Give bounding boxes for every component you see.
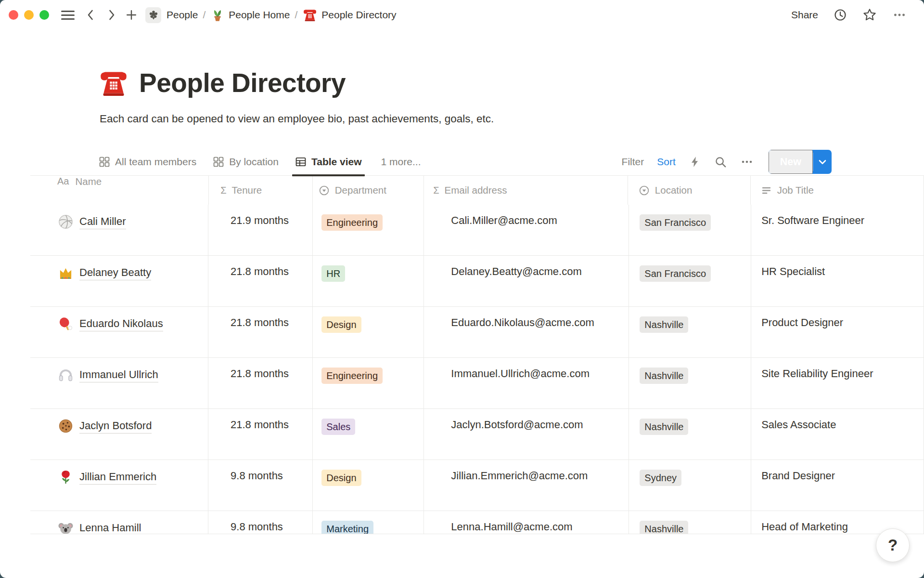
location-cell[interactable]: Sydney [629, 460, 751, 511]
location-cell[interactable]: Nashville [629, 409, 751, 460]
search-button[interactable] [714, 156, 727, 169]
person-name-link[interactable]: Immanuel Ullrich [79, 368, 158, 382]
name-cell[interactable]: Delaney Beatty [30, 256, 208, 306]
chevron-left-icon [85, 8, 96, 22]
column-header-job-title[interactable]: Job Title [751, 176, 924, 205]
formula-icon: Σ [433, 185, 439, 196]
help-button[interactable]: ? [876, 528, 910, 562]
forward-button[interactable] [106, 8, 117, 22]
person-emoji-icon [58, 521, 73, 534]
breadcrumb-people[interactable]: People [167, 9, 198, 21]
red-phone-icon[interactable] [99, 68, 128, 98]
page-title[interactable]: People Directory [139, 67, 346, 98]
job-title-cell[interactable]: Sr. Software Engineer [751, 205, 924, 255]
page-description[interactable]: Each card can be opened to view an emplo… [99, 112, 924, 126]
sort-button[interactable]: Sort [657, 156, 676, 168]
table-row[interactable]: Jillian Emmerich 9.8 months Design Jilli… [30, 460, 924, 511]
breadcrumb-people-home[interactable]: People Home [211, 8, 290, 22]
breadcrumb-people-directory[interactable]: People Directory [303, 8, 396, 22]
more-views-button[interactable]: 1 more... [381, 156, 421, 168]
job-title-cell[interactable]: Brand Designer [751, 460, 924, 511]
automations-button[interactable] [689, 156, 701, 168]
location-cell[interactable]: San Francisco [629, 205, 751, 255]
table-row[interactable]: Delaney Beatty 21.8 months HR Delaney.Be… [30, 256, 924, 307]
department-cell[interactable]: Engineering [313, 358, 424, 408]
column-header-name[interactable]: Aa Name [30, 176, 209, 205]
tenure-cell[interactable]: 9.8 months [208, 460, 313, 511]
column-header-location[interactable]: Location [628, 176, 751, 205]
sidebar-toggle-button[interactable] [61, 9, 75, 21]
tab-all-team-members[interactable]: All team members [99, 148, 196, 175]
person-name-link[interactable]: Cali Miller [79, 215, 126, 229]
share-button[interactable]: Share [791, 9, 818, 21]
department-cell[interactable]: Engineering [313, 205, 424, 255]
location-tag: Nashville [640, 419, 688, 435]
column-label: Name [75, 176, 102, 187]
job-title-cell[interactable]: HR Specialist [751, 256, 924, 306]
department-cell[interactable]: Sales [313, 409, 424, 460]
person-name-link[interactable]: Jaclyn Botsford [79, 420, 152, 434]
email-cell[interactable]: Jillian.Emmerich@acme.com [424, 460, 629, 511]
department-cell[interactable]: HR [313, 256, 424, 306]
table-row[interactable]: Lenna Hamill 9.8 months Marketing Lenna.… [30, 511, 924, 534]
job-title-cell[interactable]: Sales Associate [751, 409, 924, 460]
location-cell[interactable]: Nashville [629, 307, 751, 357]
back-button[interactable] [85, 8, 96, 22]
updates-button[interactable] [834, 8, 847, 22]
name-cell[interactable]: Eduardo Nikolaus [30, 307, 208, 357]
name-cell[interactable]: Immanuel Ullrich [30, 358, 208, 408]
name-cell[interactable]: Cali Miller [30, 205, 208, 255]
person-name-link[interactable]: Lenna Hamill [79, 522, 141, 534]
location-cell[interactable]: Nashville [629, 511, 751, 534]
tenure-cell[interactable]: 21.8 months [208, 409, 313, 460]
tenure-cell[interactable]: 21.8 months [208, 256, 313, 306]
column-label: Department [335, 184, 386, 196]
new-dropdown-button[interactable] [813, 150, 832, 174]
email-cell[interactable]: Delaney.Beatty@acme.com [424, 256, 629, 306]
table-row[interactable]: Jaclyn Botsford 21.8 months Sales Jaclyn… [30, 409, 924, 460]
filter-button[interactable]: Filter [622, 156, 644, 168]
column-header-tenure[interactable]: Σ Tenure [209, 176, 313, 205]
person-name-link[interactable]: Jillian Emmerich [79, 471, 156, 485]
column-header-email[interactable]: Σ Email address [424, 176, 628, 205]
table-row[interactable]: Immanuel Ullrich 21.8 months Engineering… [30, 358, 924, 409]
department-cell[interactable]: Design [313, 307, 424, 357]
tab-table-view[interactable]: Table view [295, 148, 362, 175]
tenure-cell[interactable]: 21.8 months [208, 358, 313, 408]
job-title-cell[interactable]: Product Designer [751, 307, 924, 357]
table-row[interactable]: Eduardo Nikolaus 21.8 months Design Edua… [30, 307, 924, 358]
name-cell[interactable]: Jaclyn Botsford [30, 409, 208, 460]
email-cell[interactable]: Immanuel.Ullrich@acme.com [424, 358, 629, 408]
location-cell[interactable]: San Francisco [629, 256, 751, 306]
name-cell[interactable]: Jillian Emmerich [30, 460, 208, 511]
tab-by-location[interactable]: By location [213, 148, 279, 175]
table-row[interactable]: Cali Miller 21.9 months Engineering Cali… [30, 205, 924, 256]
email-cell[interactable]: Eduardo.Nikolaus@acme.com [424, 307, 629, 357]
close-window-button[interactable] [9, 10, 18, 20]
more-options-button[interactable] [892, 8, 907, 22]
location-tag: Nashville [640, 521, 688, 534]
person-name-link[interactable]: Eduardo Nikolaus [79, 317, 163, 331]
favorite-button[interactable] [862, 8, 877, 22]
new-button[interactable]: New [769, 150, 813, 174]
column-header-department[interactable]: Department [313, 176, 424, 205]
new-tab-button[interactable] [125, 8, 138, 22]
department-cell[interactable]: Design [313, 460, 424, 511]
tenure-cell[interactable]: 21.9 months [208, 205, 313, 255]
view-options-button[interactable] [740, 155, 754, 169]
email-cell[interactable]: Lenna.Hamill@acme.com [424, 511, 629, 534]
person-name-link[interactable]: Delaney Beatty [79, 266, 151, 280]
location-tag: Nashville [640, 316, 688, 333]
tenure-cell[interactable]: 9.8 months [208, 511, 313, 534]
email-cell[interactable]: Jaclyn.Botsford@acme.com [424, 409, 629, 460]
location-cell[interactable]: Nashville [629, 358, 751, 408]
job-title-cell[interactable]: Site Reliability Engineer [751, 358, 924, 408]
workspace-badge[interactable] [145, 7, 161, 23]
tenure-cell[interactable]: 21.8 months [208, 307, 313, 357]
name-cell[interactable]: Lenna Hamill [30, 511, 208, 534]
zoom-window-button[interactable] [39, 10, 49, 20]
view-controls: Filter Sort New [622, 150, 832, 174]
email-cell[interactable]: Cali.Miller@acme.com [424, 205, 629, 255]
department-cell[interactable]: Marketing [313, 511, 424, 534]
minimize-window-button[interactable] [24, 10, 34, 20]
